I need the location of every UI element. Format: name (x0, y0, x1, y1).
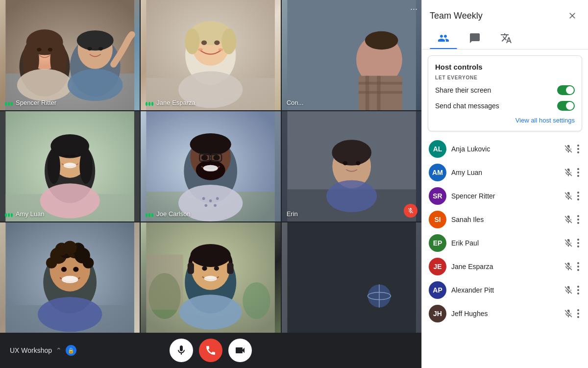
more-menu-jeff[interactable] (575, 307, 581, 320)
more-menu-erik[interactable] (575, 237, 581, 249)
tab-people[interactable] (430, 27, 457, 49)
participant-name-jane: Jane Esparza (451, 263, 564, 270)
close-panel-button[interactable] (564, 8, 580, 24)
participant-actions-jane (564, 260, 581, 273)
svg-point-7 (37, 48, 41, 52)
participant-item-anja[interactable]: AL Anja Lukovic (424, 137, 586, 161)
participant-name-anja: Anja Lukovic (451, 145, 564, 153)
tab-activities[interactable] (492, 27, 520, 49)
signal-icon-5 (146, 211, 153, 217)
more-menu-jane[interactable] (575, 260, 581, 273)
video-cell-9 (282, 222, 421, 333)
svg-point-87 (73, 267, 78, 271)
svg-point-23 (201, 41, 207, 45)
video-cell-5: Joe Carlson (141, 111, 280, 221)
svg-point-21 (185, 28, 199, 54)
more-menu-sanah[interactable] (575, 213, 581, 226)
participant-actions-erik (564, 237, 581, 249)
more-menu-spencer[interactable] (575, 190, 581, 202)
svg-point-92 (243, 282, 270, 319)
participant-item-jane[interactable]: JE Jane Esparza (424, 255, 586, 278)
avatar-jane: JE (429, 258, 446, 275)
end-call-button[interactable] (199, 339, 222, 362)
svg-rect-35 (358, 91, 402, 94)
svg-point-45 (64, 163, 76, 168)
participant-actions-anja (564, 143, 581, 155)
svg-point-26 (219, 48, 223, 51)
participant-actions-amy (564, 166, 581, 179)
participant-label-1: Spencer Ritter (5, 99, 56, 106)
view-all-host-settings-link[interactable]: View all host settings (435, 117, 575, 124)
svg-point-86 (61, 267, 67, 271)
svg-point-57 (214, 155, 220, 160)
participant-name-amy: Amy Luan (451, 169, 564, 176)
mic-muted-jane (564, 262, 573, 271)
svg-point-9 (17, 69, 73, 101)
tab-chat[interactable] (461, 27, 489, 49)
participant-item-alexander[interactable]: AP Alexander Pitt (424, 278, 586, 302)
svg-point-12 (77, 30, 114, 50)
svg-point-44 (79, 149, 92, 184)
svg-point-24 (214, 41, 220, 45)
participant-actions-sanah (564, 213, 581, 226)
camera-button[interactable] (228, 339, 252, 362)
svg-point-22 (221, 28, 236, 54)
svg-point-25 (198, 48, 203, 51)
participant-item-jeff[interactable]: JH Jeff Hughes (424, 302, 586, 325)
svg-point-101 (204, 276, 217, 281)
svg-point-15 (68, 69, 123, 101)
avatar-spencer: SR (429, 187, 446, 205)
svg-rect-103 (287, 222, 416, 333)
participant-item-spencer[interactable]: SR Spencer Ritter (424, 184, 586, 208)
more-button-3[interactable]: ··· (410, 4, 417, 14)
video-cell-8 (141, 222, 280, 333)
participant-label-4: Amy Luan (5, 210, 45, 218)
more-menu-alexander[interactable] (575, 284, 581, 296)
hc-row-chat: Send chat messages (435, 101, 575, 111)
chevron-icon[interactable]: ⌃ (56, 346, 62, 354)
svg-point-85 (83, 257, 94, 269)
svg-point-58 (203, 165, 218, 172)
host-controls-card: Host controls LET EVERYONE Share their s… (428, 55, 582, 131)
svg-point-62 (216, 197, 219, 200)
svg-rect-97 (188, 263, 194, 274)
participant-label-3: Con... (287, 99, 304, 106)
mic-muted-erik (564, 238, 573, 248)
participant-item-sanah[interactable]: SI Sanah Iles (424, 208, 586, 231)
svg-rect-98 (227, 263, 234, 274)
svg-point-100 (214, 266, 219, 270)
svg-rect-34 (358, 82, 402, 85)
svg-point-68 (332, 140, 371, 166)
participant-name-erik: Erik Paul (451, 239, 564, 247)
meeting-name: UX Workshop (10, 346, 52, 354)
svg-point-69 (343, 161, 347, 165)
meeting-info: UX Workshop ⌃ 🔒 (10, 345, 76, 356)
more-menu-amy[interactable] (575, 166, 581, 179)
svg-point-43 (48, 149, 60, 184)
svg-point-46 (40, 183, 100, 218)
signal-icon-4 (5, 211, 13, 217)
mic-button[interactable] (170, 339, 193, 362)
svg-point-83 (63, 241, 77, 255)
host-controls-title: Host controls (435, 63, 575, 71)
signal-icon-2 (146, 100, 153, 106)
svg-point-14 (98, 47, 103, 51)
screen-share-toggle[interactable] (557, 85, 575, 95)
participant-item-amy[interactable]: AM Amy Luan (424, 161, 586, 184)
svg-point-71 (326, 180, 377, 213)
video-cell-3: Con... ··· (282, 0, 421, 110)
bottom-bar: UX Workshop ⌃ 🔒 (0, 333, 421, 368)
video-grid: Spencer Ritter (0, 0, 421, 333)
chat-messages-toggle[interactable] (557, 101, 575, 111)
participant-name-jeff: Jeff Hughes (451, 310, 564, 318)
participants-list: AL Anja Lukovic AM Amy Luan (422, 137, 588, 368)
avatar-alexander: AP (429, 281, 446, 299)
host-controls-section-label: LET EVERYONE (435, 75, 575, 80)
svg-point-70 (356, 161, 360, 165)
participant-item-erik[interactable]: EP Erik Paul (424, 231, 586, 255)
participant-label-2: Jane Esparza (146, 99, 196, 106)
svg-point-8 (48, 48, 52, 52)
participant-actions-alexander (564, 284, 581, 296)
more-menu-anja[interactable] (575, 143, 581, 155)
svg-point-102 (179, 294, 242, 329)
